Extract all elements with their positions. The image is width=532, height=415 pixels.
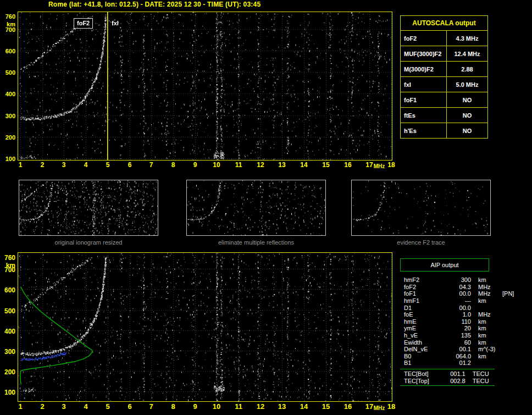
aip-panel-title: AIP output [400, 258, 489, 272]
x-tick-label: 6 [123, 161, 136, 169]
x-tick-label: 8 [167, 161, 180, 169]
aip-row-value: 135 [444, 332, 471, 339]
y-tick-label: 300 [0, 348, 15, 356]
x-tick-label: 4 [79, 402, 92, 411]
y-tick-label: 400 [0, 91, 15, 97]
autoscala-row-value: NO [447, 92, 488, 108]
top-plot-y-axis: 760700600500400300200100km [0, 12, 16, 161]
aip-tec-row-unit: TECU [473, 378, 495, 384]
aip-row-value: 01.2 [444, 359, 471, 366]
x-tick-label: 13 [275, 402, 289, 411]
aip-row-value: 00.1 [444, 346, 471, 352]
aip-row-unit: km [478, 276, 502, 283]
autoscala-row-label: fxI [401, 77, 447, 92]
y-tick-label: 760 [0, 13, 15, 20]
y-tick-label: 100 [0, 389, 15, 396]
aip-tec-row-label: TEC[Bot] [400, 370, 440, 377]
y-tick-label: 400 [0, 328, 15, 335]
x-tick-label: 15 [319, 402, 332, 411]
thumbnail-original-ionogram [19, 180, 158, 236]
autoscala-row-value: 4.3 MHz [447, 31, 488, 46]
autoscala-row-value: NO [447, 123, 488, 139]
aip-row-unit: MHz [478, 290, 502, 297]
thumbnail-original-canvas [19, 180, 158, 235]
top-ionogram-plot: foF2 fxI [18, 12, 392, 161]
bottom-ionogram-canvas [18, 253, 392, 401]
aip-row-value: 110 [444, 318, 471, 325]
x-tick-label: 14 [297, 161, 311, 169]
x-axis-unit-label: MHz [373, 405, 386, 411]
autoscala-row-value: 2.88 [447, 62, 488, 77]
y-axis-unit-label: km [0, 262, 15, 269]
aip-tec-row-unit: TECU [473, 370, 495, 377]
aip-row: Ewidth 60 km [400, 339, 517, 346]
autoscala-row: M(3000)F2 2.88 [401, 62, 488, 77]
x-tick-label: 14 [297, 402, 311, 411]
aip-row: hmE 110 km [400, 318, 517, 325]
aip-row: hmF2 300 km [400, 276, 517, 284]
aip-row: foF2 04.3 MHz [400, 284, 517, 291]
x-tick-label: 3 [57, 402, 70, 411]
aip-row-unit: km [478, 332, 502, 339]
y-tick-label: 760 [0, 254, 15, 262]
aip-tec-row-label: TEC[Top] [400, 378, 440, 384]
autoscala-row: h'Es NO [401, 123, 488, 139]
x-tick-label: 7 [145, 402, 158, 411]
aip-row: foE 1.0 MHz [400, 311, 517, 318]
aip-row-value: --- [444, 297, 471, 304]
top-ionogram-canvas [18, 12, 392, 160]
aip-row-label: Ewidth [400, 339, 444, 346]
autoscala-row-value: 12.4 MHz [447, 46, 488, 62]
thumbnail-caption-original: original ionogram resized [19, 239, 158, 246]
autoscala-row-label: foF2 [401, 31, 447, 46]
aip-row-label: B1 [400, 359, 444, 366]
x-tick-label: 3 [57, 161, 70, 169]
aip-row: B1 01.2 [400, 359, 517, 367]
aip-row-unit: km [478, 318, 502, 325]
thumbnail-caption-f2: evidence F2 trace [351, 239, 491, 246]
x-tick-label: 13 [275, 161, 289, 169]
y-tick-label: 200 [0, 368, 15, 376]
aip-row-value: 20 [444, 325, 471, 331]
aip-row-unit: m^(-3) [478, 346, 502, 352]
y-tick-label: 600 [0, 286, 15, 294]
fxI-marker-label: fxI [110, 20, 120, 26]
aip-row-label: h_vE [400, 332, 444, 339]
aip-row-label: hmF1 [400, 297, 444, 304]
aip-output-panel: AIP output hmF2 300 km foF2 04.3 MHz [400, 258, 517, 386]
aip-row: DelN_vE 00.1 m^(-3) [400, 346, 517, 353]
bottom-ionogram-plot [18, 252, 392, 402]
aip-row: hmF1 --- km [400, 297, 517, 305]
aip-row-label: ymE [400, 325, 444, 331]
autoscala-row: foF2 4.3 MHz [401, 31, 488, 46]
aip-row-label: D1 [400, 305, 444, 311]
x-tick-label: 7 [145, 161, 158, 169]
autoscala-row: foF1 NO [401, 92, 488, 108]
aip-row: h_vE 135 km [400, 332, 517, 339]
aip-row-value: 04.3 [444, 284, 471, 290]
aip-row-label: DelN_vE [400, 346, 444, 352]
autoscala-row: MUF(3000)F2 12.4 MHz [401, 46, 488, 62]
x-tick-label: 1 [14, 161, 27, 169]
aip-row-value: 00.0 [444, 290, 471, 297]
x-tick-label: 2 [36, 161, 49, 169]
x-tick-label: 8 [167, 402, 180, 411]
aip-row-label: hmE [400, 318, 444, 325]
aip-row: D1 00.0 [400, 304, 517, 311]
y-tick-label: 500 [0, 307, 15, 315]
aip-row-unit: km [478, 297, 502, 304]
x-tick-label: 18 [385, 161, 398, 169]
thumbnail-f2-canvas [352, 180, 490, 235]
aip-row-label: foE [400, 311, 444, 318]
aip-tec-row-value: 002.8 [440, 378, 465, 384]
x-tick-label: 9 [189, 161, 202, 169]
x-tick-label: 18 [385, 402, 398, 411]
autoscala-row: fxI 5.0 MHz [401, 77, 488, 92]
thumbnail-multiple-reflections [186, 180, 326, 236]
thumbnail-f2-trace [351, 180, 491, 236]
x-tick-label: 10 [210, 402, 223, 411]
y-tick-label: 500 [0, 69, 15, 76]
aip-row-label: foF1 [400, 290, 444, 297]
x-tick-label: 5 [101, 161, 114, 169]
x-tick-label: 12 [254, 402, 267, 411]
